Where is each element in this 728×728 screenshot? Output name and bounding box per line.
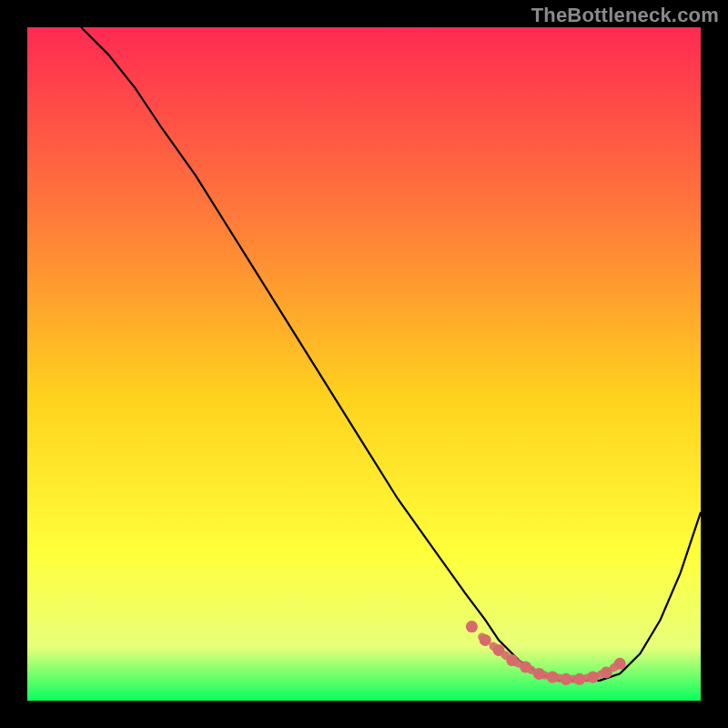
trough-marker bbox=[601, 666, 612, 678]
bottleneck-chart bbox=[0, 0, 728, 728]
trough-marker bbox=[506, 654, 518, 666]
trough-marker bbox=[493, 644, 505, 656]
trough-marker bbox=[533, 668, 545, 680]
chart-frame: TheBottleneck.com bbox=[0, 0, 728, 728]
trough-marker bbox=[547, 672, 559, 683]
trough-marker bbox=[587, 672, 599, 683]
trough-marker bbox=[480, 634, 491, 646]
plot-area bbox=[27, 27, 701, 701]
trough-marker bbox=[466, 621, 478, 632]
trough-marker bbox=[520, 662, 531, 673]
trough-marker bbox=[573, 673, 585, 685]
trough-marker bbox=[561, 673, 572, 685]
trough-marker bbox=[614, 658, 626, 670]
